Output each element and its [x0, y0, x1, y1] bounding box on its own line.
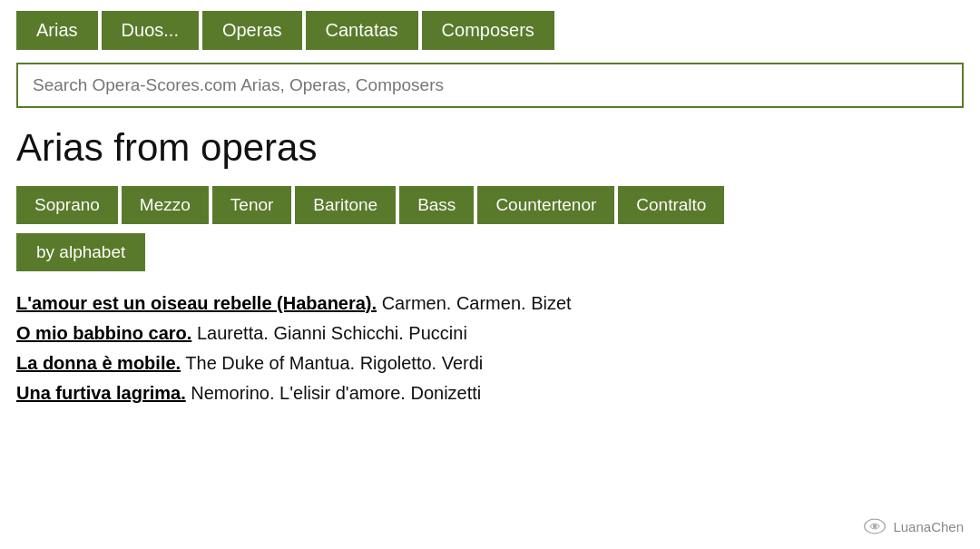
voice-button[interactable]: Countertenor [477, 186, 614, 224]
nav-tab[interactable]: Cantatas [306, 11, 418, 50]
aria-title[interactable]: O mio babbino caro. [16, 323, 191, 343]
nav-tab[interactable]: Composers [422, 11, 554, 50]
alphabet-row: by alphabet [16, 233, 964, 271]
aria-title[interactable]: L'amour est un oiseau rebelle (Habanera)… [16, 293, 377, 313]
watermark: LuanaChen [862, 516, 964, 536]
watermark-text: LuanaChen [893, 519, 964, 534]
voice-button[interactable]: Bass [399, 186, 474, 224]
voice-button[interactable]: Soprano [16, 186, 118, 224]
nav-tab[interactable]: Duos... [102, 11, 199, 50]
nav-tab[interactable]: Operas [202, 11, 302, 50]
list-item: Una furtiva lagrima. Nemorino. L'elisir … [16, 383, 964, 404]
voice-button[interactable]: Contralto [618, 186, 724, 224]
list-item: L'amour est un oiseau rebelle (Habanera)… [16, 293, 964, 314]
voice-button[interactable]: Mezzo [122, 186, 209, 224]
alphabet-button[interactable]: by alphabet [16, 233, 145, 271]
search-input[interactable] [16, 63, 964, 108]
aria-detail: Carmen. Carmen. Bizet [377, 293, 572, 313]
list-item: La donna è mobile. The Duke of Mantua. R… [16, 353, 964, 374]
aria-detail: Nemorino. L'elisir d'amore. Donizetti [186, 383, 482, 403]
voice-button[interactable]: Tenor [212, 186, 292, 224]
aria-detail: Lauretta. Gianni Schicchi. Puccini [191, 323, 467, 343]
page-title: Arias from operas [16, 126, 964, 170]
aria-title[interactable]: Una furtiva lagrima. [16, 383, 186, 403]
nav-tabs: AriasDuos...OperasCantatasComposers [16, 11, 964, 50]
watermark-icon [862, 516, 887, 536]
voice-button[interactable]: Baritone [295, 186, 396, 224]
nav-tab[interactable]: Arias [16, 11, 98, 50]
aria-title[interactable]: La donna è mobile. [16, 353, 181, 373]
voice-buttons: SopranoMezzoTenorBaritoneBassCounterteno… [16, 186, 964, 224]
aria-list: L'amour est un oiseau rebelle (Habanera)… [16, 293, 964, 404]
aria-detail: The Duke of Mantua. Rigoletto. Verdi [181, 353, 483, 373]
search-container [16, 63, 964, 108]
svg-point-1 [873, 524, 877, 528]
list-item: O mio babbino caro. Lauretta. Gianni Sch… [16, 323, 964, 344]
